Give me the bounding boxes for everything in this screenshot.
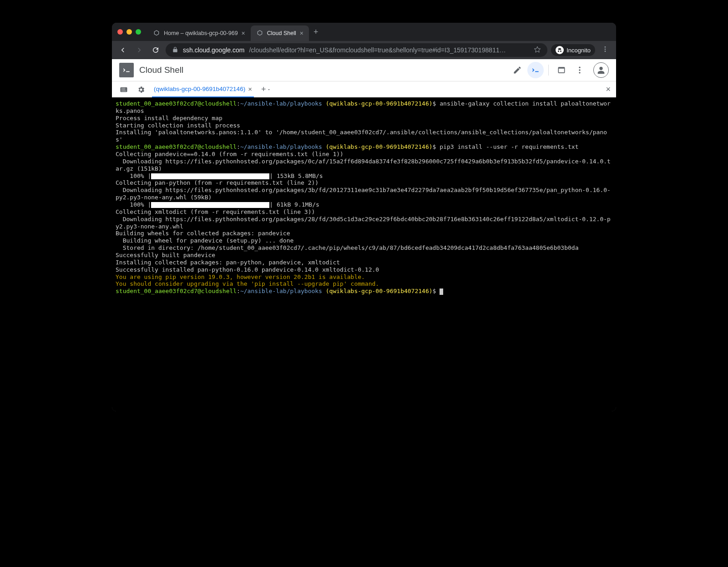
progress-bar xyxy=(151,173,269,179)
svg-point-0 xyxy=(605,46,606,48)
address-bar[interactable]: ssh.cloud.google.com/cloudshell/editor?h… xyxy=(166,43,547,57)
url-path: /cloudshell/editor?hl=en_US&fromcloudshe… xyxy=(249,46,506,54)
incognito-icon xyxy=(556,46,564,54)
settings-icon[interactable] xyxy=(135,83,147,96)
lock-icon xyxy=(172,46,178,54)
divider xyxy=(548,65,549,76)
terminal-cursor xyxy=(440,289,443,295)
svg-point-5 xyxy=(579,72,580,73)
browser-tabbar: Home – qwiklabs-gcp-00-969 × Cloud Shell… xyxy=(112,23,616,41)
back-button[interactable] xyxy=(116,44,129,56)
svg-point-2 xyxy=(605,51,606,52)
add-shell-button[interactable]: + xyxy=(261,85,272,94)
open-window-button[interactable] xyxy=(553,62,570,78)
tab-title: Cloud Shell xyxy=(267,30,296,36)
url-host: ssh.cloud.google.com xyxy=(183,46,244,54)
forward-button[interactable] xyxy=(133,44,146,56)
new-tab-button[interactable]: + xyxy=(309,27,323,37)
more-menu-button[interactable] xyxy=(571,62,588,78)
hexagon-icon xyxy=(256,30,263,37)
shell-tab[interactable]: (qwiklabs-gcp-00-9691b4072146) × xyxy=(152,81,254,97)
reload-button[interactable] xyxy=(149,44,162,56)
close-tab-icon[interactable]: × xyxy=(242,30,245,37)
bookmark-icon[interactable] xyxy=(534,46,541,55)
header-actions xyxy=(509,62,609,78)
minimize-window-button[interactable] xyxy=(126,29,132,35)
browser-toolbar: ssh.cloud.google.com/cloudshell/editor?h… xyxy=(112,41,616,59)
incognito-badge[interactable]: Incognito xyxy=(551,44,595,56)
browser-window: Home – qwiklabs-gcp-00-969 × Cloud Shell… xyxy=(112,23,616,411)
terminal-button[interactable] xyxy=(527,62,544,78)
tab-title: Home – qwiklabs-gcp-00-969 xyxy=(164,30,238,36)
terminal-output[interactable]: student_00_aaee03f02cd7@cloudshell:~/ans… xyxy=(112,97,616,411)
svg-point-3 xyxy=(579,67,580,68)
keyboard-icon[interactable] xyxy=(117,83,130,96)
svg-point-4 xyxy=(579,69,580,71)
svg-point-1 xyxy=(605,49,606,50)
browser-tab-cloudshell[interactable]: Cloud Shell × xyxy=(251,25,309,41)
cloudshell-logo-icon xyxy=(119,63,134,77)
window-controls xyxy=(117,29,141,35)
close-tab-icon[interactable]: × xyxy=(300,30,303,37)
hexagon-icon xyxy=(153,30,160,37)
browser-tab-home[interactable]: Home – qwiklabs-gcp-00-969 × xyxy=(147,25,251,41)
close-window-button[interactable] xyxy=(117,29,123,35)
close-panel-icon[interactable]: × xyxy=(606,85,611,94)
shell-tabbar: (qwiklabs-gcp-00-9691b4072146) × + × xyxy=(112,81,616,97)
app-title: Cloud Shell xyxy=(139,65,504,75)
edit-button[interactable] xyxy=(509,62,526,78)
progress-bar xyxy=(151,202,269,208)
cloudshell-header: Cloud Shell xyxy=(112,59,616,81)
shell-tab-label: (qwiklabs-gcp-00-9691b4072146) xyxy=(154,86,245,92)
account-avatar[interactable] xyxy=(593,62,609,78)
browser-menu-button[interactable] xyxy=(599,46,612,55)
maximize-window-button[interactable] xyxy=(136,29,141,35)
close-shell-tab-icon[interactable]: × xyxy=(248,85,252,93)
incognito-label: Incognito xyxy=(566,47,591,54)
